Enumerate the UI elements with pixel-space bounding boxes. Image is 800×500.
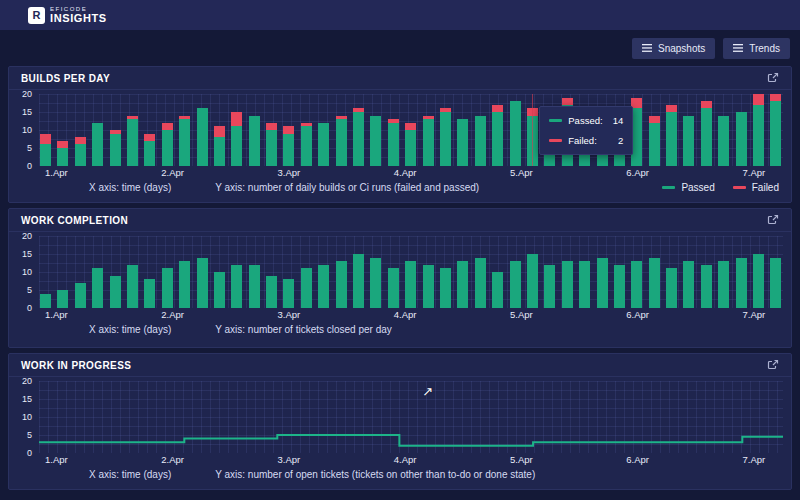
bar[interactable] (736, 258, 747, 308)
bar[interactable] (492, 272, 503, 308)
panel-builds-per-day: BUILDS PER DAY 05101520 Passed: 14 Faile… (8, 66, 792, 203)
bar[interactable] (283, 279, 294, 308)
bar[interactable] (266, 123, 277, 166)
bar[interactable] (649, 116, 660, 166)
bar[interactable] (683, 116, 694, 166)
bar[interactable] (57, 290, 68, 308)
bar[interactable] (266, 276, 277, 308)
bar[interactable] (666, 105, 677, 166)
bar[interactable] (440, 108, 451, 166)
bar[interactable] (770, 258, 781, 308)
bar[interactable] (579, 261, 590, 308)
bar[interactable] (179, 116, 190, 166)
bar[interactable] (388, 268, 399, 308)
bar[interactable] (336, 116, 347, 166)
bar[interactable] (718, 116, 729, 166)
expand-icon[interactable] (767, 72, 779, 84)
bars-group (39, 236, 783, 308)
expand-icon[interactable] (767, 214, 779, 226)
x-tick-label: 6.Apr (626, 454, 649, 465)
y-tick-label: 5 (27, 285, 32, 295)
bar[interactable] (144, 279, 155, 308)
bar[interactable] (753, 254, 764, 308)
bar[interactable] (457, 119, 468, 166)
bar[interactable] (249, 265, 260, 308)
bar[interactable] (318, 123, 329, 166)
bar[interactable] (423, 116, 434, 166)
bar[interactable] (718, 261, 729, 308)
bar[interactable] (231, 112, 242, 166)
bar[interactable] (127, 116, 138, 166)
snapshots-button[interactable]: Snapshots (632, 38, 715, 59)
legend-item-failed[interactable]: Failed (733, 182, 779, 193)
bar[interactable] (353, 254, 364, 308)
bar[interactable] (649, 258, 660, 308)
bar[interactable] (162, 268, 173, 308)
bar[interactable] (631, 261, 642, 308)
bar[interactable] (370, 116, 381, 166)
bar[interactable] (562, 261, 573, 308)
bar[interactable] (214, 272, 225, 308)
bar[interactable] (197, 108, 208, 166)
bar[interactable] (683, 261, 694, 308)
bar[interactable] (110, 276, 121, 308)
bar[interactable] (370, 258, 381, 308)
bar[interactable] (249, 116, 260, 166)
work-in-progress-plot[interactable]: ↗ (39, 381, 783, 453)
bar[interactable] (214, 126, 225, 166)
bar[interactable] (736, 112, 747, 166)
y-tick-label: 15 (22, 394, 32, 404)
bar[interactable] (353, 108, 364, 166)
work-completion-plot[interactable] (39, 236, 783, 308)
bar[interactable] (388, 119, 399, 166)
bar[interactable] (527, 254, 538, 308)
builds-chart-plot[interactable]: Passed: 14 Failed: 2 (39, 94, 783, 166)
bar[interactable] (475, 116, 486, 166)
bar[interactable] (110, 130, 121, 166)
bar[interactable] (162, 123, 173, 166)
bar[interactable] (75, 283, 86, 308)
bar[interactable] (597, 258, 608, 308)
bar[interactable] (231, 265, 242, 308)
bar[interactable] (127, 265, 138, 308)
bar[interactable] (614, 265, 625, 308)
bar[interactable] (457, 261, 468, 308)
bar[interactable] (666, 268, 677, 308)
bar[interactable] (701, 265, 712, 308)
bar[interactable] (544, 265, 555, 308)
panel-header: WORK COMPLETION (9, 209, 791, 232)
bar[interactable] (301, 123, 312, 166)
bar[interactable] (57, 141, 68, 166)
bar[interactable] (423, 265, 434, 308)
bar[interactable] (475, 258, 486, 308)
bar[interactable] (336, 261, 347, 308)
bar[interactable] (510, 101, 521, 166)
bar[interactable] (92, 123, 103, 166)
bar[interactable] (92, 268, 103, 308)
bar[interactable] (510, 261, 521, 308)
bar[interactable] (179, 261, 190, 308)
bar[interactable] (75, 137, 86, 166)
y-tick-label: 0 (27, 161, 32, 171)
expand-icon[interactable] (767, 359, 779, 371)
bar[interactable] (492, 105, 503, 166)
bar[interactable] (753, 94, 764, 166)
bar[interactable] (40, 294, 51, 308)
trends-button[interactable]: Trends (723, 38, 790, 59)
bar[interactable] (405, 261, 416, 308)
bar[interactable] (440, 268, 451, 308)
y-tick-label: 20 (22, 89, 32, 99)
bar[interactable] (144, 134, 155, 166)
bar[interactable] (40, 134, 51, 166)
bar[interactable] (301, 268, 312, 308)
bar[interactable] (318, 265, 329, 308)
bar[interactable] (197, 258, 208, 308)
y-axis-description: Y axis: number of tickets closed per day (215, 324, 392, 335)
legend-item-passed[interactable]: Passed (662, 182, 714, 193)
bar[interactable] (405, 123, 416, 166)
bar[interactable] (770, 94, 781, 166)
y-axis: 05101520 (9, 94, 39, 166)
bar[interactable] (283, 126, 294, 166)
bar[interactable] (701, 101, 712, 166)
toolbar: Snapshots Trends (0, 30, 800, 66)
